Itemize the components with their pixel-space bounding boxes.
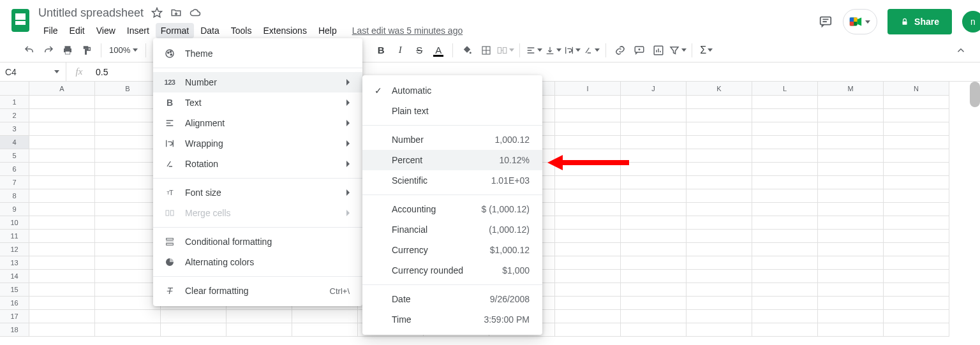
cell[interactable] bbox=[621, 149, 687, 163]
cell[interactable] bbox=[161, 323, 226, 337]
cell[interactable] bbox=[95, 230, 161, 243]
cell[interactable] bbox=[29, 189, 95, 203]
cell[interactable] bbox=[752, 122, 818, 136]
cell[interactable] bbox=[555, 297, 621, 310]
functions-button[interactable]: Σ bbox=[697, 41, 715, 59]
cell[interactable] bbox=[95, 283, 161, 297]
cell[interactable] bbox=[752, 176, 818, 189]
text-rotation-button[interactable] bbox=[583, 41, 600, 59]
cell[interactable] bbox=[884, 109, 949, 122]
cell[interactable] bbox=[555, 203, 621, 216]
cell[interactable] bbox=[818, 163, 884, 176]
number-format-date[interactable]: Date 9/26/2008 bbox=[362, 289, 542, 309]
cell[interactable] bbox=[95, 109, 161, 122]
cell[interactable] bbox=[687, 163, 752, 176]
cell[interactable] bbox=[95, 122, 161, 136]
row-header[interactable]: 8 bbox=[0, 189, 29, 203]
column-header[interactable]: M bbox=[818, 82, 884, 96]
cell[interactable] bbox=[752, 189, 818, 203]
row-header[interactable]: 10 bbox=[0, 216, 29, 230]
row-header[interactable]: 17 bbox=[0, 310, 29, 323]
cell[interactable] bbox=[752, 203, 818, 216]
cell[interactable] bbox=[621, 283, 687, 297]
cell[interactable] bbox=[884, 243, 949, 256]
cell[interactable] bbox=[687, 109, 752, 122]
cell[interactable] bbox=[884, 310, 949, 323]
cell[interactable] bbox=[687, 283, 752, 297]
sheets-logo[interactable] bbox=[8, 8, 33, 33]
cell[interactable] bbox=[884, 136, 949, 149]
cell[interactable] bbox=[292, 310, 358, 323]
share-button[interactable]: Share bbox=[887, 9, 952, 34]
cell[interactable] bbox=[818, 136, 884, 149]
menu-view[interactable]: View bbox=[91, 23, 121, 38]
star-icon[interactable] bbox=[151, 7, 163, 18]
menu-format[interactable]: Format bbox=[156, 23, 194, 38]
collapse-toolbar-button[interactable] bbox=[952, 41, 970, 59]
cell[interactable] bbox=[884, 176, 949, 189]
format-menu-theme[interactable]: Theme bbox=[153, 43, 362, 64]
menu-file[interactable]: File bbox=[38, 23, 63, 38]
cell[interactable] bbox=[29, 136, 95, 149]
cell[interactable] bbox=[29, 270, 95, 283]
cell[interactable] bbox=[752, 310, 818, 323]
move-to-folder-icon[interactable] bbox=[170, 7, 182, 18]
format-menu-alignment[interactable]: Alignment bbox=[153, 113, 362, 133]
cell[interactable] bbox=[752, 149, 818, 163]
insert-link-button[interactable] bbox=[611, 41, 629, 59]
cell[interactable] bbox=[818, 109, 884, 122]
cell[interactable] bbox=[752, 270, 818, 283]
number-format-scientific[interactable]: Scientific 1.01E+03 bbox=[362, 170, 542, 191]
cell[interactable] bbox=[818, 323, 884, 337]
cell[interactable] bbox=[29, 203, 95, 216]
cell[interactable] bbox=[687, 189, 752, 203]
row-header[interactable]: 7 bbox=[0, 176, 29, 189]
cell[interactable] bbox=[555, 176, 621, 189]
cell[interactable] bbox=[29, 216, 95, 230]
menu-insert[interactable]: Insert bbox=[122, 23, 154, 38]
cell[interactable] bbox=[555, 283, 621, 297]
cell[interactable] bbox=[621, 176, 687, 189]
cell[interactable] bbox=[818, 122, 884, 136]
cell[interactable] bbox=[752, 109, 818, 122]
name-box[interactable]: C4 bbox=[0, 62, 66, 81]
format-menu-conditional[interactable]: Conditional formatting bbox=[153, 231, 362, 252]
column-header[interactable]: A bbox=[29, 82, 95, 96]
borders-button[interactable] bbox=[477, 41, 495, 59]
cell[interactable] bbox=[884, 323, 949, 337]
document-name[interactable]: Untitled spreadsheet bbox=[38, 6, 144, 20]
cell[interactable] bbox=[687, 216, 752, 230]
column-header[interactable]: K bbox=[687, 82, 752, 96]
cell[interactable] bbox=[95, 243, 161, 256]
cell[interactable] bbox=[95, 256, 161, 270]
cell[interactable] bbox=[621, 310, 687, 323]
cell[interactable] bbox=[95, 216, 161, 230]
cell[interactable] bbox=[555, 189, 621, 203]
row-header[interactable]: 2 bbox=[0, 109, 29, 122]
cell[interactable] bbox=[752, 256, 818, 270]
cell[interactable] bbox=[555, 256, 621, 270]
merge-cells-button[interactable] bbox=[496, 41, 514, 59]
cell[interactable] bbox=[818, 176, 884, 189]
cell[interactable] bbox=[161, 310, 226, 323]
cell[interactable] bbox=[29, 109, 95, 122]
cell[interactable] bbox=[884, 256, 949, 270]
cell[interactable] bbox=[29, 230, 95, 243]
row-header[interactable]: 15 bbox=[0, 283, 29, 297]
paint-format-button[interactable] bbox=[78, 41, 96, 59]
cell[interactable] bbox=[555, 109, 621, 122]
cell[interactable] bbox=[884, 96, 949, 109]
column-header[interactable]: I bbox=[555, 82, 621, 96]
cell[interactable] bbox=[621, 323, 687, 337]
cell[interactable] bbox=[687, 149, 752, 163]
comments-icon[interactable] bbox=[819, 15, 833, 29]
cell[interactable] bbox=[95, 189, 161, 203]
cell[interactable] bbox=[621, 163, 687, 176]
cell[interactable] bbox=[752, 136, 818, 149]
format-menu-clear[interactable]: T Clear formatting Ctrl+\ bbox=[153, 281, 362, 301]
cell[interactable] bbox=[621, 270, 687, 283]
cell[interactable] bbox=[687, 243, 752, 256]
cell[interactable] bbox=[752, 96, 818, 109]
cell[interactable] bbox=[752, 163, 818, 176]
cell[interactable] bbox=[621, 122, 687, 136]
